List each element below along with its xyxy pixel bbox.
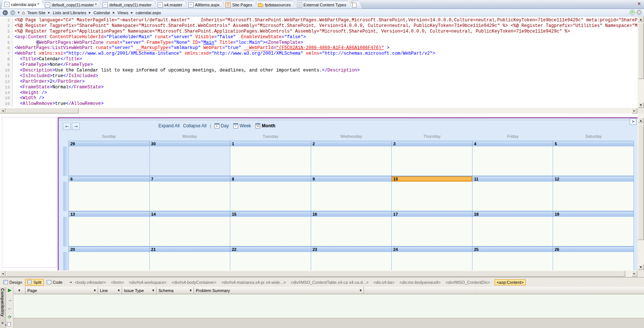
column-header-schema[interactable]: Schema▼ — [157, 287, 194, 294]
calendar-date-header[interactable]: 12 — [553, 176, 634, 182]
calendar-date-header[interactable]: 25 — [473, 246, 553, 252]
calendar-date-header[interactable]: 30 — [150, 141, 231, 146]
calendar-day-cell[interactable] — [69, 182, 150, 211]
scroll-left-icon[interactable]: ◄ — [0, 271, 6, 277]
design-view[interactable]: ← → Expand All Collapse All | 1Day7Week3… — [0, 113, 638, 270]
calendar-date-header[interactable]: 7 — [150, 176, 231, 182]
calendar-date-header[interactable]: 4 — [473, 141, 553, 146]
panel-close-icon[interactable]: ✕ — [1, 321, 4, 325]
column-filter-icon[interactable]: ▼ — [190, 289, 192, 292]
calendar-day-cell[interactable] — [69, 217, 150, 246]
calendar-date-header[interactable]: 17 — [392, 211, 473, 217]
scroll-right-icon[interactable]: ► — [632, 271, 637, 277]
file-tab[interactable] — [350, 1, 362, 9]
tag-breadcrumb-item[interactable]: <div.ms-bodyareacell> — [400, 280, 441, 285]
week-gutter[interactable] — [63, 146, 69, 176]
breadcrumb-item[interactable]: calendar.aspx — [136, 10, 161, 15]
breadcrumb-item[interactable]: Views — [118, 10, 128, 15]
calendar-view-month[interactable]: 31Month — [255, 123, 275, 128]
scroll-up-icon[interactable]: ▲ — [638, 118, 644, 123]
week-gutter[interactable] — [63, 252, 69, 270]
calendar-date-header[interactable]: 13 — [69, 211, 150, 217]
calendar-date-header[interactable]: 20 — [69, 246, 150, 252]
code-vertical-scrollbar[interactable]: ▲ ▼ — [638, 16, 644, 108]
calendar-date-header[interactable]: 1 — [230, 141, 311, 146]
calendar-day-cell[interactable] — [69, 252, 150, 270]
file-tab[interactable]: default_copy(1).master * — [42, 1, 103, 9]
calendar-day-cell[interactable] — [311, 146, 392, 176]
calendar-day-cell[interactable] — [392, 252, 473, 270]
refresh-results-icon[interactable]: ⟳ — [7, 315, 12, 320]
refresh-icon[interactable]: ⟳ — [630, 10, 635, 15]
design-horizontal-scrollbar[interactable]: ◄ ► — [0, 270, 638, 277]
calendar-day-cell[interactable] — [230, 146, 311, 176]
file-tab[interactable]: default_copy(1).master — [100, 1, 158, 9]
scroll-thumb[interactable] — [6, 271, 625, 277]
file-tab[interactable]: AllItems.aspx — [186, 1, 225, 9]
calendar-date-header[interactable]: 8 — [230, 176, 311, 182]
calendar-day-cell[interactable] — [150, 252, 231, 270]
calendar-day-cell[interactable] — [69, 146, 150, 176]
calendar-day-cell[interactable] — [311, 182, 392, 211]
webpart-menu-button[interactable]: > — [630, 119, 637, 125]
calendar-webpart[interactable]: ← → Expand All Collapse All | 1Day7Week3… — [58, 117, 638, 270]
calendar-day-cell[interactable] — [473, 252, 553, 270]
generate-report-icon[interactable] — [7, 322, 11, 327]
week-gutter[interactable] — [63, 246, 69, 252]
week-gutter[interactable] — [63, 176, 69, 182]
calendar-date-header[interactable]: 9 — [311, 176, 392, 182]
history-dropdown-icon[interactable]: ▼ — [18, 11, 19, 14]
calendar-date-header[interactable]: 5 — [553, 141, 634, 146]
previous-month-button[interactable]: ← — [63, 123, 71, 130]
calendar-date-header[interactable]: 26 — [553, 246, 634, 252]
tag-breadcrumb-item[interactable]: <body.v4master> — [75, 280, 106, 285]
results-area[interactable] — [13, 294, 644, 318]
calendar-day-cell[interactable] — [473, 217, 553, 246]
breadcrumb-item[interactable]: Lists and Libraries — [53, 10, 86, 15]
design-vertical-scrollbar[interactable]: ▲ ▼ — [638, 113, 644, 270]
file-tab[interactable]: calendar.aspx * — [1, 0, 45, 9]
calendar-date-header[interactable]: 21 — [150, 246, 231, 252]
calendar-day-cell[interactable] — [553, 252, 634, 270]
view-code-button[interactable]: Code — [45, 279, 65, 286]
calendar-today-header[interactable]: 10 — [392, 176, 473, 182]
column-header-problem-summary[interactable]: Problem Summary▼ — [194, 287, 364, 294]
code-editor[interactable]: 1<%@ Page language="C#" MasterPageFile="… — [0, 16, 638, 108]
calendar-day-cell[interactable] — [392, 182, 473, 211]
calendar-day-cell[interactable] — [150, 146, 231, 176]
file-tab[interactable]: External Content Types — [294, 1, 352, 9]
scroll-down-icon[interactable]: ▼ — [638, 264, 644, 270]
code-horizontal-scrollbar[interactable]: ◄ ► — [0, 108, 638, 113]
column-filter-icon[interactable]: ▼ — [94, 289, 96, 292]
scroll-thumb[interactable] — [638, 124, 644, 240]
calendar-day-cell[interactable] — [230, 252, 311, 270]
calendar-date-header[interactable]: 11 — [473, 176, 553, 182]
calendar-view-day[interactable]: 1Day — [215, 123, 229, 128]
calendar-day-cell[interactable] — [553, 182, 634, 211]
tag-breadcrumb-item[interactable]: <asp:Content> — [495, 279, 525, 285]
design-left-placeholder[interactable] — [2, 117, 57, 268]
calendar-view-week[interactable]: 7Week — [233, 123, 251, 128]
calendar-day-cell[interactable] — [230, 217, 311, 246]
back-icon[interactable]: ← — [3, 10, 8, 15]
run-dropdown[interactable]: ▼ — [13, 287, 25, 294]
compatibility-tab[interactable]: Compatibility ✕ — [0, 287, 6, 328]
calendar-date-header[interactable]: 29 — [69, 141, 150, 146]
column-header-issue-type[interactable]: Issue Type▼ — [122, 287, 157, 294]
column-filter-icon[interactable]: ▼ — [118, 289, 120, 292]
calendar-date-header[interactable]: 6 — [69, 176, 150, 182]
scroll-thumb[interactable] — [6, 108, 79, 113]
home-icon[interactable]: ⌂ — [22, 10, 25, 15]
calendar-day-cell[interactable] — [392, 146, 473, 176]
next-month-button[interactable]: → — [72, 123, 80, 130]
close-icon[interactable]: ✕ — [637, 1, 641, 6]
run-check-icon[interactable]: ▶ — [7, 288, 12, 293]
tag-breadcrumb-item[interactable]: <div#MSO_ContentDiv> — [446, 280, 490, 285]
calendar-day-cell[interactable] — [473, 146, 553, 176]
column-filter-icon[interactable]: ▼ — [360, 289, 362, 292]
week-gutter[interactable] — [63, 141, 69, 146]
calendar-date-header[interactable]: 18 — [473, 211, 553, 217]
tag-breadcrumb-item[interactable]: <div#s4-mainarea.s4-pr s4-wide...> — [221, 280, 286, 285]
scroll-thumb[interactable] — [638, 23, 644, 79]
calendar-date-header[interactable]: 19 — [553, 211, 634, 217]
